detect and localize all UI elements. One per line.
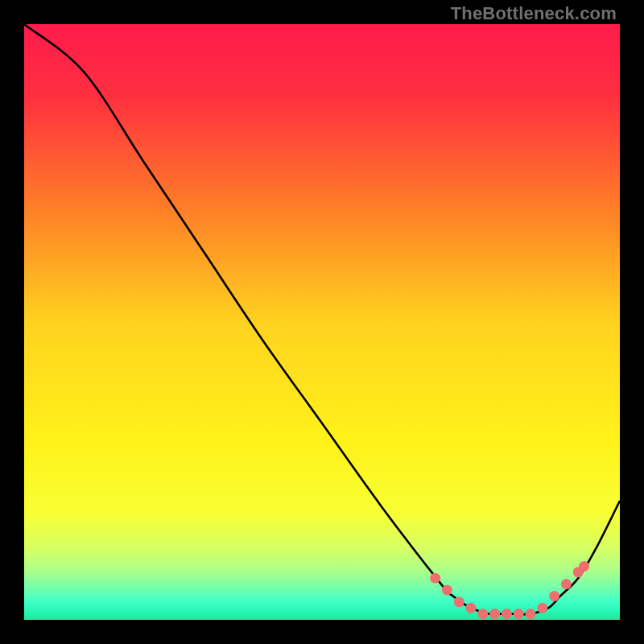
background-gradient (24, 24, 620, 620)
watermark-text: TheBottleneck.com (451, 3, 617, 24)
chart-stage: TheBottleneck.com (0, 0, 644, 644)
plot-area (24, 24, 620, 620)
svg-rect-0 (24, 24, 620, 620)
